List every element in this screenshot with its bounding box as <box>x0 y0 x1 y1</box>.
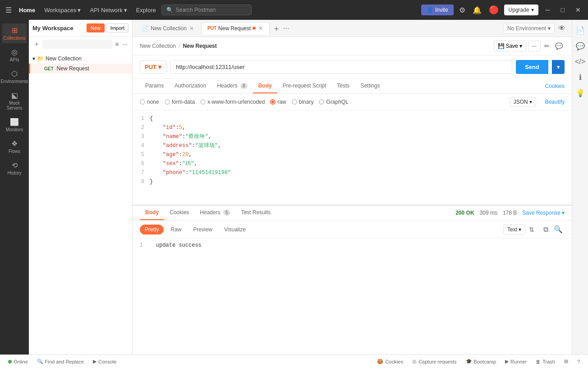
resp-tab-cookies[interactable]: Cookies <box>164 206 194 220</box>
find-replace-button[interactable]: 🔍 Find and Replace <box>34 358 87 365</box>
sidebar-item-apis[interactable]: ◎ APIs <box>2 45 27 65</box>
format-pretty[interactable]: Pretty <box>140 225 164 235</box>
format-chevron-icon: ▾ <box>529 99 532 105</box>
comment-icon[interactable]: 💬 <box>553 41 565 51</box>
close-button[interactable]: ✕ <box>572 5 584 15</box>
text-type-select[interactable]: Text ▾ <box>503 225 525 235</box>
put-method-label: PUT <box>207 26 216 31</box>
sidebar-item-flows[interactable]: ❖ Flows <box>2 137 27 156</box>
sidebar-item-environments[interactable]: ⬡ Environments <box>2 67 27 87</box>
console-button[interactable]: ▶ Console <box>90 358 119 365</box>
sort-icon[interactable]: ≡ <box>114 40 119 49</box>
copy-response-icon[interactable]: ⧉ <box>542 223 550 235</box>
tab-close-collection[interactable]: ✕ <box>188 25 195 32</box>
menu-icon[interactable]: ☰ <box>4 4 14 16</box>
method-badge: GET <box>43 66 55 72</box>
format-preview[interactable]: Preview <box>188 225 217 235</box>
sidebar-item-collections[interactable]: ⊞ Collections <box>2 23 27 43</box>
tab-more-button[interactable]: ··· <box>283 24 289 32</box>
online-status[interactable]: Online <box>5 358 31 365</box>
save-response-button[interactable]: Save Response ▾ <box>522 210 565 216</box>
body-form-data-option[interactable]: form-data <box>165 99 195 105</box>
send-button[interactable]: Send <box>516 60 548 74</box>
tab-authorization[interactable]: Authorization <box>169 79 211 93</box>
bootcamp-status[interactable]: 🎓 Bootcamp <box>463 358 499 365</box>
body-urlencoded-option[interactable]: x-www-form-urlencoded <box>200 99 265 105</box>
upgrade-button[interactable]: Upgrade ▾ <box>504 5 538 15</box>
invite-button[interactable]: 👤 Invite <box>421 5 454 15</box>
grid-status[interactable]: ⊞ <box>561 358 571 365</box>
resp-tab-test-results[interactable]: Test Results <box>236 206 276 220</box>
minimize-button[interactable]: ─ <box>542 5 554 15</box>
explore-link[interactable]: Explore <box>133 5 160 15</box>
tab-settings[interactable]: Settings <box>355 79 385 93</box>
search-bar[interactable]: 🔍 Search Postman <box>161 5 252 15</box>
tab-close-request[interactable]: ✕ <box>257 25 264 32</box>
response-body: 1 update success <box>133 239 572 354</box>
beautify-button[interactable]: Beautify <box>545 99 565 105</box>
code-icon[interactable]: </> <box>572 55 588 69</box>
env-selector[interactable]: No Environment ▾ <box>503 23 555 34</box>
body-none-option[interactable]: none <box>140 99 159 105</box>
breadcrumb-separator: / <box>179 43 180 49</box>
runner-status[interactable]: ▶ Runner <box>502 358 529 365</box>
sidebar-item-mock-servers[interactable]: ⬕ Mock Servers <box>2 88 27 113</box>
document-icon[interactable]: 📄 <box>573 23 588 37</box>
trash-status[interactable]: 🗑 Trash <box>533 358 558 365</box>
sidebar-item-history[interactable]: ⟲ History <box>2 158 27 178</box>
new-button[interactable]: New <box>87 23 105 32</box>
url-input[interactable] <box>170 60 512 74</box>
breadcrumb-collection[interactable]: New Collection <box>140 43 176 49</box>
collection-tab-icon: 📄 <box>142 25 149 32</box>
chevron-down-icon: ▾ <box>531 7 534 13</box>
cookies-link[interactable]: Cookies <box>545 83 565 89</box>
add-collection-icon[interactable]: ＋ <box>32 39 41 49</box>
sidebar-item-monitors[interactable]: ⬜ Monitors <box>2 115 27 135</box>
capture-requests-status[interactable]: ◎ Capture requests <box>409 358 459 365</box>
more-options-icon[interactable]: ··· <box>121 40 129 49</box>
search-response-icon[interactable]: 🔍 <box>552 223 565 235</box>
tab-new-request[interactable]: PUT New Request ✕ <box>202 22 270 35</box>
add-tab-button[interactable]: ＋ <box>271 23 282 34</box>
code-editor[interactable]: 1 { 2 "id":5, 3 "name":"蔡徐坤", 4 "address… <box>133 110 572 205</box>
resp-tab-headers[interactable]: Headers 5 <box>194 206 235 220</box>
resp-content: update success <box>156 242 202 248</box>
home-link[interactable]: Home <box>15 7 39 14</box>
resp-tab-body[interactable]: Body <box>140 206 164 220</box>
format-visualize[interactable]: Visualize <box>219 225 251 235</box>
tab-new-collection[interactable]: 📄 New Collection ✕ <box>136 22 201 35</box>
request-item[interactable]: GET New Request <box>29 64 132 74</box>
tab-tests[interactable]: Tests <box>331 79 355 93</box>
collection-item[interactable]: ▾ 📁 New Collection <box>29 54 132 64</box>
tab-pre-request[interactable]: Pre-request Script <box>277 79 332 93</box>
format-raw[interactable]: Raw <box>165 225 186 235</box>
notification-icon[interactable]: 🔔 <box>471 4 483 16</box>
save-button[interactable]: 💾 Save ▾ <box>494 41 526 51</box>
more-actions-button[interactable]: ··· <box>528 41 541 51</box>
tab-headers[interactable]: Headers 8 <box>211 79 253 93</box>
api-network-menu[interactable]: API Network ▾ <box>86 5 130 15</box>
main-area: ⊞ Collections ◎ APIs ⬡ Environments ⬕ Mo… <box>0 20 588 354</box>
tab-body[interactable]: Body <box>253 79 277 93</box>
method-select[interactable]: PUT ▾ <box>140 60 166 74</box>
comment-icon[interactable]: 💬 <box>573 39 588 53</box>
maximize-button[interactable]: □ <box>557 5 568 15</box>
body-binary-option[interactable]: binary <box>292 99 314 105</box>
lightbulb-icon[interactable]: 💡 <box>573 86 588 100</box>
help-status[interactable]: ? <box>574 358 583 365</box>
filter-icon[interactable]: ⇅ <box>527 224 536 235</box>
eye-icon[interactable]: 👁 <box>556 22 568 35</box>
info-icon[interactable]: ℹ <box>576 70 584 84</box>
import-button[interactable]: Import <box>106 23 129 32</box>
tab-params[interactable]: Params <box>140 79 169 93</box>
send-dropdown[interactable]: ▾ <box>552 60 565 74</box>
avatar-icon[interactable]: 🔴 <box>487 3 501 17</box>
format-select[interactable]: JSON ▾ <box>510 97 536 106</box>
body-raw-option[interactable]: raw <box>270 99 286 105</box>
sidebar-search-input[interactable] <box>42 40 112 49</box>
edit-icon[interactable]: ✏ <box>542 41 551 51</box>
body-graphql-option[interactable]: GraphQL <box>319 99 348 105</box>
workspaces-menu[interactable]: Workspaces ▾ <box>41 5 84 15</box>
settings-icon[interactable]: ⚙ <box>457 4 467 16</box>
cookies-status[interactable]: 🍪 Cookies <box>374 358 406 365</box>
